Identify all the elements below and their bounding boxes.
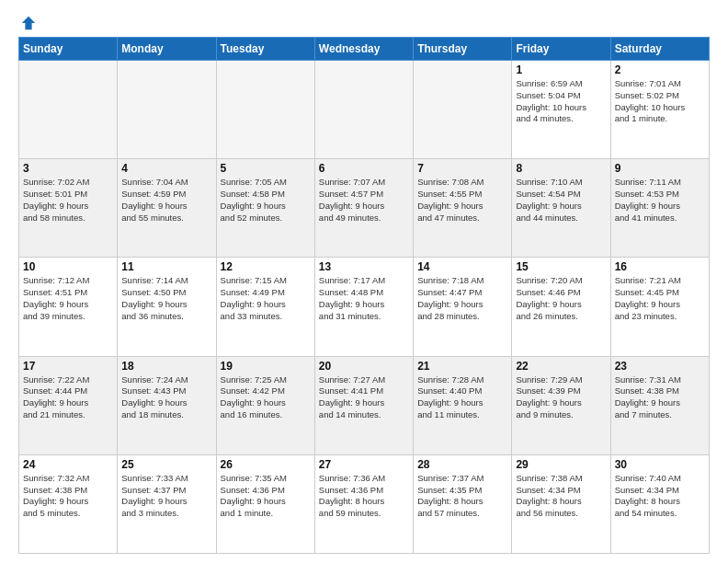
calendar-cell: 15Sunrise: 7:20 AM Sunset: 4:46 PM Dayli… (512, 258, 610, 356)
day-number: 22 (516, 360, 606, 373)
day-number: 28 (417, 458, 507, 471)
day-number: 18 (121, 360, 211, 373)
calendar-cell (414, 61, 512, 159)
header-day: Wednesday (314, 38, 413, 61)
calendar-cell: 27Sunrise: 7:36 AM Sunset: 4:36 PM Dayli… (314, 454, 413, 553)
calendar-cell (216, 61, 314, 159)
calendar-header: SundayMondayTuesdayWednesdayThursdayFrid… (19, 38, 710, 61)
header (18, 15, 710, 29)
day-info: Sunrise: 7:33 AM Sunset: 4:37 PM Dayligh… (121, 473, 211, 520)
day-info: Sunrise: 7:37 AM Sunset: 4:35 PM Dayligh… (417, 473, 507, 520)
day-info: Sunrise: 7:28 AM Sunset: 4:40 PM Dayligh… (417, 374, 507, 421)
header-day: Thursday (414, 38, 512, 61)
day-info: Sunrise: 7:36 AM Sunset: 4:36 PM Dayligh… (319, 473, 409, 520)
day-info: Sunrise: 7:02 AM Sunset: 5:01 PM Dayligh… (23, 177, 113, 224)
logo (18, 15, 37, 29)
day-number: 16 (615, 260, 705, 273)
day-number: 3 (23, 162, 113, 175)
day-number: 12 (221, 260, 311, 273)
day-number: 6 (319, 162, 409, 175)
day-number: 9 (615, 162, 705, 175)
day-number: 2 (615, 63, 705, 76)
day-info: Sunrise: 7:40 AM Sunset: 4:34 PM Dayligh… (615, 473, 705, 520)
day-info: Sunrise: 7:22 AM Sunset: 4:44 PM Dayligh… (23, 374, 113, 421)
logo-icon (20, 15, 37, 31)
header-day: Tuesday (216, 38, 314, 61)
day-number: 30 (615, 458, 705, 471)
day-info: Sunrise: 7:24 AM Sunset: 4:43 PM Dayligh… (121, 374, 211, 421)
calendar-cell: 23Sunrise: 7:31 AM Sunset: 4:38 PM Dayli… (610, 356, 709, 454)
day-number: 20 (319, 360, 409, 373)
calendar-cell: 10Sunrise: 7:12 AM Sunset: 4:51 PM Dayli… (19, 258, 118, 356)
day-number: 17 (23, 360, 113, 373)
day-info: Sunrise: 7:35 AM Sunset: 4:36 PM Dayligh… (221, 473, 311, 520)
header-day: Sunday (19, 38, 118, 61)
day-number: 1 (516, 63, 606, 76)
calendar-cell: 4Sunrise: 7:04 AM Sunset: 4:59 PM Daylig… (118, 159, 216, 258)
day-info: Sunrise: 7:31 AM Sunset: 4:38 PM Dayligh… (615, 374, 705, 421)
day-number: 11 (121, 260, 211, 273)
day-info: Sunrise: 6:59 AM Sunset: 5:04 PM Dayligh… (516, 78, 606, 125)
day-number: 13 (319, 260, 409, 273)
day-number: 26 (221, 458, 311, 471)
calendar-cell: 14Sunrise: 7:18 AM Sunset: 4:47 PM Dayli… (414, 258, 512, 356)
calendar-cell: 2Sunrise: 7:01 AM Sunset: 5:02 PM Daylig… (610, 61, 709, 159)
calendar-week: 24Sunrise: 7:32 AM Sunset: 4:38 PM Dayli… (19, 454, 710, 553)
day-info: Sunrise: 7:29 AM Sunset: 4:39 PM Dayligh… (516, 374, 606, 421)
day-info: Sunrise: 7:11 AM Sunset: 4:53 PM Dayligh… (615, 177, 705, 224)
day-number: 27 (319, 458, 409, 471)
day-info: Sunrise: 7:07 AM Sunset: 4:57 PM Dayligh… (319, 177, 409, 224)
calendar-cell: 6Sunrise: 7:07 AM Sunset: 4:57 PM Daylig… (314, 159, 413, 258)
day-number: 19 (221, 360, 311, 373)
day-number: 4 (121, 162, 211, 175)
header-day: Monday (118, 38, 216, 61)
calendar-cell: 7Sunrise: 7:08 AM Sunset: 4:55 PM Daylig… (414, 159, 512, 258)
calendar-cell: 29Sunrise: 7:38 AM Sunset: 4:34 PM Dayli… (512, 454, 610, 553)
calendar-cell: 26Sunrise: 7:35 AM Sunset: 4:36 PM Dayli… (216, 454, 314, 553)
calendar-cell: 13Sunrise: 7:17 AM Sunset: 4:48 PM Dayli… (314, 258, 413, 356)
day-number: 10 (23, 260, 113, 273)
calendar-cell (19, 61, 118, 159)
day-number: 14 (417, 260, 507, 273)
day-number: 25 (121, 458, 211, 471)
calendar-cell: 28Sunrise: 7:37 AM Sunset: 4:35 PM Dayli… (414, 454, 512, 553)
day-info: Sunrise: 7:04 AM Sunset: 4:59 PM Dayligh… (121, 177, 211, 224)
day-number: 15 (516, 260, 606, 273)
page: SundayMondayTuesdayWednesdayThursdayFrid… (0, 0, 728, 563)
calendar-week: 17Sunrise: 7:22 AM Sunset: 4:44 PM Dayli… (19, 356, 710, 454)
calendar-week: 10Sunrise: 7:12 AM Sunset: 4:51 PM Dayli… (19, 258, 710, 356)
calendar-cell: 8Sunrise: 7:10 AM Sunset: 4:54 PM Daylig… (512, 159, 610, 258)
day-info: Sunrise: 7:01 AM Sunset: 5:02 PM Dayligh… (615, 78, 705, 125)
day-number: 8 (516, 162, 606, 175)
header-row: SundayMondayTuesdayWednesdayThursdayFrid… (19, 38, 710, 61)
day-number: 7 (417, 162, 507, 175)
day-info: Sunrise: 7:27 AM Sunset: 4:41 PM Dayligh… (319, 374, 409, 421)
calendar-cell: 30Sunrise: 7:40 AM Sunset: 4:34 PM Dayli… (610, 454, 709, 553)
calendar-cell: 16Sunrise: 7:21 AM Sunset: 4:45 PM Dayli… (610, 258, 709, 356)
day-info: Sunrise: 7:15 AM Sunset: 4:49 PM Dayligh… (221, 275, 311, 322)
day-number: 29 (516, 458, 606, 471)
day-number: 5 (221, 162, 311, 175)
calendar-body: 1Sunrise: 6:59 AM Sunset: 5:04 PM Daylig… (19, 61, 710, 554)
day-info: Sunrise: 7:38 AM Sunset: 4:34 PM Dayligh… (516, 473, 606, 520)
calendar-cell: 18Sunrise: 7:24 AM Sunset: 4:43 PM Dayli… (118, 356, 216, 454)
day-info: Sunrise: 7:05 AM Sunset: 4:58 PM Dayligh… (221, 177, 311, 224)
day-info: Sunrise: 7:21 AM Sunset: 4:45 PM Dayligh… (615, 275, 705, 322)
day-number: 21 (417, 360, 507, 373)
day-number: 23 (615, 360, 705, 373)
calendar-cell: 19Sunrise: 7:25 AM Sunset: 4:42 PM Dayli… (216, 356, 314, 454)
header-day: Friday (512, 38, 610, 61)
calendar: SundayMondayTuesdayWednesdayThursdayFrid… (18, 37, 710, 554)
calendar-cell (118, 61, 216, 159)
calendar-cell (314, 61, 413, 159)
calendar-cell: 11Sunrise: 7:14 AM Sunset: 4:50 PM Dayli… (118, 258, 216, 356)
day-info: Sunrise: 7:20 AM Sunset: 4:46 PM Dayligh… (516, 275, 606, 322)
calendar-cell: 9Sunrise: 7:11 AM Sunset: 4:53 PM Daylig… (610, 159, 709, 258)
calendar-cell: 22Sunrise: 7:29 AM Sunset: 4:39 PM Dayli… (512, 356, 610, 454)
day-number: 24 (23, 458, 113, 471)
day-info: Sunrise: 7:08 AM Sunset: 4:55 PM Dayligh… (417, 177, 507, 224)
calendar-cell: 12Sunrise: 7:15 AM Sunset: 4:49 PM Dayli… (216, 258, 314, 356)
calendar-cell: 1Sunrise: 6:59 AM Sunset: 5:04 PM Daylig… (512, 61, 610, 159)
calendar-cell: 17Sunrise: 7:22 AM Sunset: 4:44 PM Dayli… (19, 356, 118, 454)
day-info: Sunrise: 7:32 AM Sunset: 4:38 PM Dayligh… (23, 473, 113, 520)
